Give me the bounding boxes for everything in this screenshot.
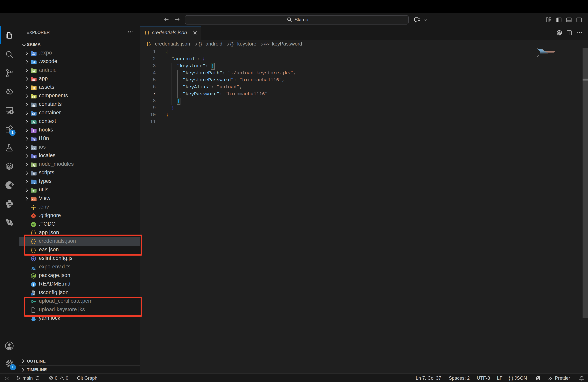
svg-text:TS: TS [32, 266, 35, 269]
svg-text:iOS: iOS [32, 148, 35, 149]
svg-text:TS: TS [32, 293, 34, 295]
svg-text:TS: TS [32, 181, 35, 184]
svg-text:JS: JS [32, 275, 35, 277]
